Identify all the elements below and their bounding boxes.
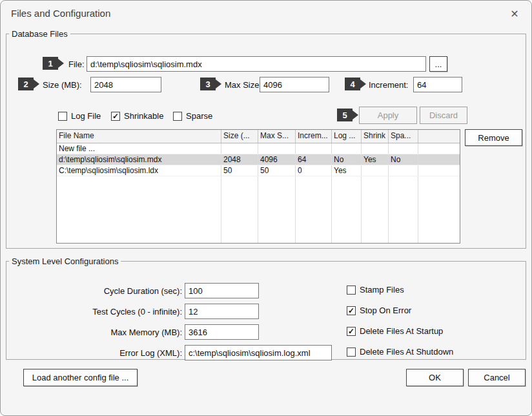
callout-4-badge: 4 <box>345 78 360 90</box>
shrinkable-checkbox-box[interactable] <box>111 112 120 121</box>
apply-button[interactable]: Apply <box>359 107 417 124</box>
table-row-empty <box>57 231 460 242</box>
files-table-header: File Name Size (... Max S... Increm... L… <box>57 130 460 143</box>
ok-button[interactable]: OK <box>406 369 464 386</box>
stop-on-error-checkbox-label: Stop On Error <box>360 306 411 315</box>
test-cycles-label: Test Cycles (0 - infinite): <box>9 307 182 317</box>
sparse-checkbox-box[interactable] <box>173 112 182 121</box>
delete-files-at-shutdown-checkbox-label: Delete Files At Shutdown <box>360 347 453 357</box>
window-title: Files and Configuration <box>11 8 110 19</box>
cell-shrink <box>362 165 389 176</box>
sparse-checkbox[interactable]: Sparse <box>173 111 212 121</box>
callout-3-badge: 3 <box>200 78 216 90</box>
browse-button[interactable]: ... <box>429 56 447 72</box>
delete-files-at-shutdown-checkbox[interactable]: Delete Files At Shutdown <box>347 347 453 357</box>
stop-on-error-checkbox-box[interactable] <box>347 306 356 315</box>
system-level-configurations-group: System Level Configurations Cycle Durati… <box>6 256 526 360</box>
log-file-checkbox[interactable]: Log File <box>58 111 101 121</box>
callout-2-badge: 2 <box>18 78 34 90</box>
cell-blank <box>418 143 460 154</box>
file-label: File: <box>68 59 85 69</box>
max-size-input[interactable] <box>260 77 329 92</box>
delete-files-at-startup-checkbox[interactable]: Delete Files At Startup <box>347 326 443 336</box>
cycle-duration-input[interactable] <box>185 283 259 298</box>
cell-increment: 0 <box>296 165 332 176</box>
cell-sparse <box>389 165 418 176</box>
column-header-log[interactable]: Log ... <box>332 130 362 143</box>
database-files-legend: Database Files <box>9 29 70 39</box>
database-files-group: Database Files 1 File: ... 2 Size (MB): … <box>6 29 526 249</box>
shrinkable-checkbox-label: Shrinkable <box>124 111 163 121</box>
cell-size: 50 <box>221 165 258 176</box>
table-row-empty <box>57 187 460 198</box>
remove-button[interactable]: Remove <box>465 129 522 146</box>
column-header-increment[interactable]: Increm... <box>296 130 332 143</box>
cell-max-size: 4096 <box>258 154 296 165</box>
table-row-empty <box>57 198 460 209</box>
cell-size <box>221 143 258 154</box>
cell-sparse <box>389 143 418 154</box>
cell-log <box>332 143 362 154</box>
files-table[interactable]: File Name Size (... Max S... Increm... L… <box>56 129 460 244</box>
stop-on-error-checkbox[interactable]: Stop On Error <box>347 306 411 315</box>
cell-max-size <box>258 143 296 154</box>
title-bar: Files and Configuration ✕ <box>1 1 531 26</box>
stamp-files-checkbox[interactable]: Stamp Files <box>347 285 404 295</box>
delete-files-at-startup-checkbox-box[interactable] <box>347 327 356 336</box>
stamp-files-checkbox-label: Stamp Files <box>360 285 404 295</box>
error-log-input[interactable] <box>185 345 332 360</box>
cell-blank <box>418 154 460 165</box>
increment-label: Increment: <box>369 80 408 90</box>
cell-blank <box>418 165 460 176</box>
column-header-blank <box>418 130 460 143</box>
table-row-mdx-file[interactable]: d:\temp\sqliosim\sqliosim.mdx 2048 4096 … <box>57 154 460 165</box>
cell-increment: 64 <box>296 154 332 165</box>
column-header-shrink[interactable]: Shrink <box>362 130 389 143</box>
files-and-configuration-dialog: Files and Configuration ✕ Database Files… <box>0 0 532 416</box>
cell-log: No <box>332 154 362 165</box>
log-file-checkbox-box[interactable] <box>58 112 67 121</box>
cell-size: 2048 <box>221 154 258 165</box>
test-cycles-input[interactable] <box>185 304 259 319</box>
cell-log: Yes <box>332 165 362 176</box>
column-header-sparse[interactable]: Spa... <box>389 130 418 143</box>
column-header-max-size[interactable]: Max S... <box>258 130 296 143</box>
shrinkable-checkbox[interactable]: Shrinkable <box>111 111 163 121</box>
cycle-duration-label: Cycle Duration (sec): <box>9 286 182 296</box>
size-label: Size (MB): <box>43 80 82 90</box>
column-header-file-name[interactable]: File Name <box>57 130 221 143</box>
table-row-new-file[interactable]: New file ... <box>57 143 460 154</box>
cell-file-name[interactable]: C:\temp\sqliosim\sqliosim.ldx <box>57 165 221 176</box>
callout-1-badge: 1 <box>43 57 58 70</box>
sparse-checkbox-label: Sparse <box>186 111 212 121</box>
column-header-size[interactable]: Size (... <box>221 130 258 143</box>
table-row-empty <box>57 242 460 244</box>
table-row-ldx-file[interactable]: C:\temp\sqliosim\sqliosim.ldx 50 50 0 Ye… <box>57 165 460 176</box>
discard-button[interactable]: Discard <box>420 107 467 124</box>
max-size-label: Max Size: <box>225 80 261 90</box>
load-config-button[interactable]: Load another config file ... <box>23 369 138 386</box>
table-row-empty <box>57 176 460 187</box>
cell-increment <box>296 143 332 154</box>
delete-files-at-shutdown-checkbox-box[interactable] <box>347 348 356 357</box>
cell-file-name[interactable]: New file ... <box>57 143 221 154</box>
close-icon[interactable]: ✕ <box>507 6 522 21</box>
callout-5-badge: 5 <box>337 109 353 121</box>
increment-input[interactable] <box>413 77 462 92</box>
cell-shrink <box>362 143 389 154</box>
size-input[interactable] <box>90 77 161 92</box>
cell-sparse: No <box>389 154 418 165</box>
table-row-empty <box>57 209 460 220</box>
cell-max-size: 50 <box>258 165 296 176</box>
cancel-button[interactable]: Cancel <box>468 369 526 386</box>
error-log-label: Error Log (XML): <box>9 348 182 358</box>
max-memory-label: Max Memory (MB): <box>9 328 182 337</box>
delete-files-at-startup-checkbox-label: Delete Files At Startup <box>360 326 443 336</box>
stamp-files-checkbox-box[interactable] <box>347 286 356 295</box>
max-memory-input[interactable] <box>185 324 259 340</box>
cell-shrink: Yes <box>362 154 389 165</box>
file-input[interactable] <box>87 56 426 72</box>
log-file-checkbox-label: Log File <box>71 111 101 121</box>
system-level-configurations-legend: System Level Configurations <box>9 256 121 266</box>
cell-file-name[interactable]: d:\temp\sqliosim\sqliosim.mdx <box>57 154 221 165</box>
